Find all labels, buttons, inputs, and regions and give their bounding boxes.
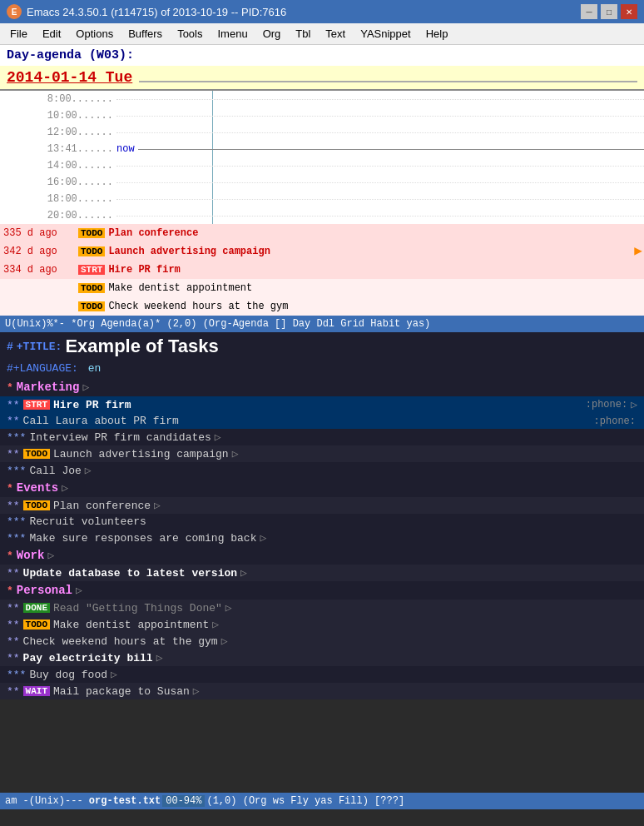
h3-text-call-joe: Call Joe — [29, 465, 81, 477]
h3-text-interview: Interview PR firm candidates — [29, 431, 211, 444]
title-text: Emacs 24.3.50.1 (r114715) of 2013-10-19 … — [27, 6, 286, 18]
h2-arrow-mail-package: ▷ — [193, 684, 200, 698]
menu-options[interactable]: Options — [69, 26, 120, 42]
org-h3-call-joe: *** Call Joe ▷ — [0, 462, 644, 479]
menu-help[interactable]: Help — [419, 26, 455, 42]
close-button[interactable]: ✕ — [621, 4, 637, 19]
h1-star-work: * — [7, 550, 13, 562]
h3-arrow-interview: ▷ — [215, 430, 221, 444]
h2-arrow-launch: ▷ — [232, 447, 239, 460]
h2-right-hire-pr: :phone: — [586, 399, 627, 411]
now-text: now — [116, 143, 135, 155]
date-header: 2014-01-14 Tue — [0, 66, 644, 91]
h2-arrow-gym: ▷ — [221, 634, 228, 648]
org-h2-dentist: ** TODO Make dentist appointment ▷ — [0, 616, 644, 633]
h2-arrow-plan-conf: ▷ — [154, 499, 161, 512]
menu-org[interactable]: Org — [256, 26, 288, 42]
date-underline — [139, 72, 637, 82]
days-ago-3: 334 d ago — [3, 264, 78, 276]
h1-text-personal: Personal — [17, 584, 72, 597]
h2-arrow-hire-pr: ▷ — [631, 398, 637, 411]
h2-text-launch: Launch advertising campaign — [53, 448, 229, 460]
h2-stars-electricity: ** — [7, 652, 20, 664]
menu-tools[interactable]: Tools — [171, 26, 209, 42]
h2-stars-gym: ** — [7, 635, 20, 648]
menu-imenu[interactable]: Imenu — [211, 26, 254, 42]
h3-text-responses: Make sure responses are coming back — [29, 532, 256, 545]
tag-strt-3: STRT — [78, 265, 105, 275]
maximize-button[interactable]: □ — [601, 4, 617, 19]
agenda-status-text: U(Unix)%*- *Org Agenda(a)* (2,0) (Org-Ag… — [5, 318, 430, 330]
menu-edit[interactable]: Edit — [36, 26, 67, 42]
h1-text-events: Events — [17, 481, 58, 495]
time-label-16: 16:00...... — [0, 177, 116, 188]
org-h2-plan-conf: ** TODO Plan conference ▷ — [0, 497, 644, 514]
org-h2-call-laura: ** Call Laura about PR firm :phone: — [0, 413, 644, 429]
h3-stars-call-joe: *** — [7, 465, 26, 477]
time-label-18: 18:00...... — [0, 193, 116, 205]
title-bar-left: E Emacs 24.3.50.1 (r114715) of 2013-10-1… — [7, 4, 286, 19]
menu-yasnippet[interactable]: YASnippet — [354, 26, 417, 42]
h1-text-work: Work — [17, 549, 45, 562]
h2-stars-read-gtd: ** — [7, 602, 20, 615]
agenda-header: Day-agenda (W03): — [0, 45, 644, 66]
org-h1-events: * Events ▷ — [0, 479, 644, 497]
org-title-line: # +TITLE: Example of Tasks — [0, 332, 644, 361]
menu-text[interactable]: Text — [319, 26, 352, 42]
time-label-20: 20:00...... — [0, 210, 116, 221]
time-row-18: 18:00...... — [0, 191, 644, 207]
org-h1-work: * Work ▷ — [0, 546, 644, 565]
org-h2-launch-adv: ** TODO Launch advertising campaign ▷ — [0, 445, 644, 462]
h2-stars-update-db: ** — [7, 567, 20, 580]
menu-bar: File Edit Options Buffers Tools Imenu Or… — [0, 23, 644, 45]
org-status-text: am -(Unix)--- org-test.txt — [5, 795, 161, 807]
tag-todo-2: TODO — [78, 246, 105, 256]
h3-text-recruit: Recruit volunteers — [29, 515, 146, 528]
h2-arrow-electricity: ▷ — [156, 651, 163, 664]
h2-text-mail-package: Mail package to Susan — [53, 685, 190, 698]
time-grid: 8:00....... 10:00...... 12:00...... 13:4… — [0, 91, 644, 224]
menu-buffers[interactable]: Buffers — [121, 26, 169, 42]
h1-star-personal: * — [7, 585, 13, 597]
org-h3-responses: *** Make sure responses are coming back … — [0, 530, 644, 546]
overdue-title-1: Plan conference — [108, 227, 198, 239]
tag-todo-1: TODO — [78, 228, 105, 238]
overdue-row-5: TODO Check weekend hours at the gym — [0, 297, 644, 316]
time-row-10: 10:00...... — [0, 107, 644, 124]
tag-done-read-gtd: DONE — [23, 603, 50, 613]
org-h2-update-db: ** Update database to latest version ▷ — [0, 565, 644, 581]
h2-arrow-update-db: ▷ — [240, 566, 247, 580]
time-label-14: 14:00...... — [0, 160, 116, 172]
h3-arrow-responses: ▷ — [260, 531, 266, 545]
time-row-now: 13:41...... now — [0, 141, 644, 157]
h1-arrow-personal: ▷ — [76, 584, 82, 597]
org-h3-recruit: *** Recruit volunteers — [0, 514, 644, 530]
h2-text-dentist: Make dentist appointment — [53, 619, 209, 631]
h2-text-electricity: Pay electricity bill — [23, 652, 153, 664]
tag-todo-4: TODO — [78, 283, 105, 293]
h3-stars-interview: *** — [7, 431, 26, 444]
menu-file[interactable]: File — [3, 26, 34, 42]
org-lang-val: en — [88, 362, 102, 375]
h1-arrow-marketing: ▷ — [82, 381, 89, 394]
h2-text-call-laura: Call Laura about PR firm — [23, 415, 179, 427]
org-h2-electricity: ** Pay electricity bill ▷ — [0, 649, 644, 666]
h1-arrow-events: ▷ — [62, 481, 68, 495]
time-row-16: 16:00...... — [0, 174, 644, 191]
h2-text-hire-pr: Hire PR firm — [53, 399, 131, 411]
minimize-button[interactable]: ─ — [581, 4, 597, 19]
menu-tbl[interactable]: Tbl — [289, 26, 317, 42]
org-h1-marketing: * Marketing ▷ — [0, 378, 644, 396]
progress-indicator: 00-94% — [162, 795, 205, 807]
org-hash: # — [7, 341, 13, 353]
tag-todo-plan-conf: TODO — [23, 500, 50, 510]
org-lang-line: #+LANGUAGE: en — [0, 361, 644, 376]
h2-arrow-dentist: ▷ — [212, 618, 219, 631]
h1-star-marketing: * — [7, 381, 13, 394]
org-h2-mail-package: ** WAIT Mail package to Susan ▷ — [0, 683, 644, 699]
h2-stars-launch: ** — [7, 448, 20, 460]
h3-text-dog-food: Buy dog food — [29, 669, 107, 681]
org-title-key: +TITLE: — [17, 341, 62, 353]
h2-arrow-read-gtd: ▷ — [225, 601, 232, 615]
h2-right-call-laura: :phone: — [594, 415, 636, 427]
